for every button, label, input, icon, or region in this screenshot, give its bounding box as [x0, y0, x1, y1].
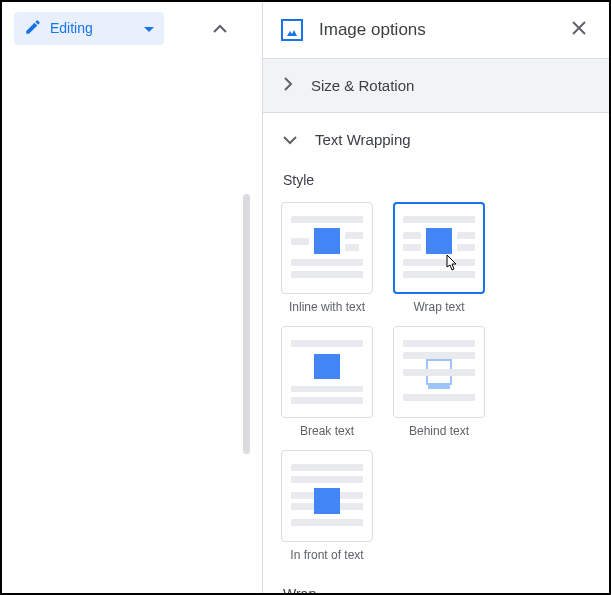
pencil-icon [24, 18, 42, 39]
style-in-front-of-text[interactable] [281, 450, 373, 542]
style-behind-label: Behind text [409, 424, 469, 438]
editing-mode-dropdown[interactable]: Editing [14, 12, 164, 45]
document-canvas [2, 54, 254, 593]
style-break-label: Break text [300, 424, 354, 438]
image-icon [281, 19, 303, 41]
style-behind-text[interactable] [393, 326, 485, 418]
style-heading: Style [263, 158, 609, 202]
close-panel-button[interactable] [567, 16, 591, 44]
text-wrapping-section[interactable]: Text Wrapping [263, 113, 609, 158]
style-wrap-label: Wrap text [413, 300, 464, 314]
style-break-text[interactable] [281, 326, 373, 418]
size-rotation-section[interactable]: Size & Rotation [263, 59, 609, 113]
scrollbar-thumb[interactable] [243, 194, 250, 454]
image-options-panel: Image options Size & Rotation Text Wrapp… [262, 2, 609, 593]
style-inline-with-text[interactable] [281, 202, 373, 294]
chevron-down-icon [283, 131, 297, 148]
panel-title: Image options [319, 20, 551, 40]
editing-mode-label: Editing [50, 20, 93, 36]
size-rotation-label: Size & Rotation [311, 77, 414, 94]
caret-down-icon [144, 20, 154, 36]
style-front-label: In front of text [290, 548, 363, 562]
style-wrap-text[interactable] [393, 202, 485, 294]
style-inline-label: Inline with text [289, 300, 365, 314]
chevron-up-icon [213, 24, 227, 33]
close-icon [571, 20, 587, 36]
wrap-heading: Wrap [263, 562, 609, 595]
text-wrapping-label: Text Wrapping [315, 131, 411, 148]
chevron-right-icon [283, 77, 293, 94]
collapse-toolbar-button[interactable] [206, 14, 234, 42]
